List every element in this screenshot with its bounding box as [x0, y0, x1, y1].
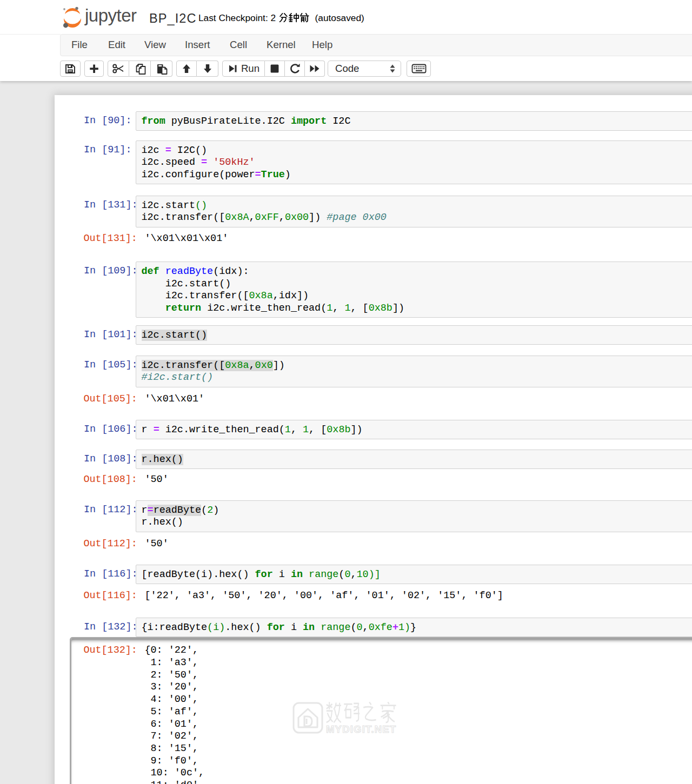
svg-text:MYDIGIT.NET: MYDIGIT.NET [326, 723, 396, 735]
